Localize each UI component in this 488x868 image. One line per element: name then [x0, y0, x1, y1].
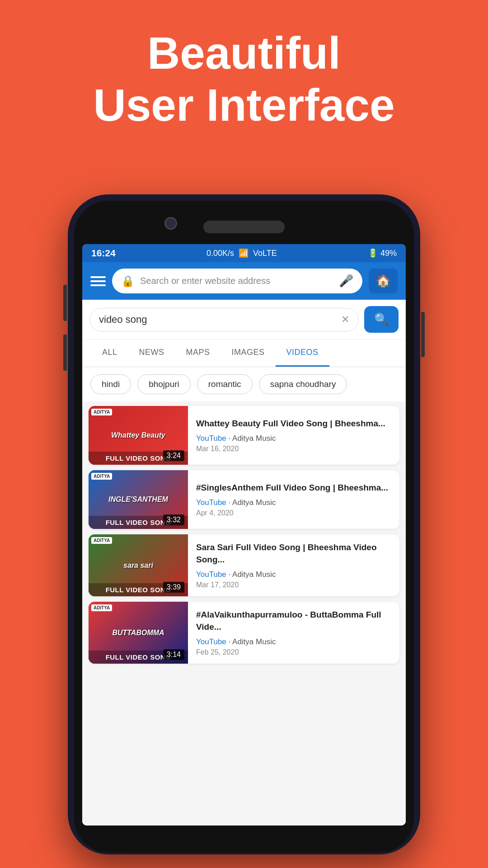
brand-logo: ADITYA [91, 537, 112, 544]
hero-line2: User Interface [27, 79, 461, 131]
menu-button[interactable] [90, 276, 106, 286]
phone-inner: 16:24 0.00K/s 📶 VoLTE 🔋 49% 🔒 Search or [74, 201, 414, 853]
status-bar: 16:24 0.00K/s 📶 VoLTE 🔋 49% [82, 244, 406, 262]
video-thumbnail: sara sari ADITYA FULL VIDEO SONG 3:39 [89, 534, 188, 596]
front-camera [164, 217, 177, 230]
video-date: Mar 17, 2020 [196, 581, 393, 589]
video-source: YouTube · Aditya Music [196, 637, 393, 646]
video-date: Apr 4, 2020 [196, 509, 393, 517]
hero-line1: Beautiful [27, 27, 461, 79]
phone-device: 16:24 0.00K/s 📶 VoLTE 🔋 49% 🔒 Search or [68, 194, 420, 859]
video-duration: 3:14 [163, 649, 184, 660]
video-source: YouTube · Aditya Music [196, 498, 393, 507]
video-card[interactable]: BUTTABOMMA ADITYA FULL VIDEO SONG 3:14 #… [89, 602, 399, 664]
video-title: #AlaVaikunthapurramuloo - ButtaBomma Ful… [196, 609, 393, 633]
video-thumbnail: Whattey Beauty ADITYA FULL VIDEO SONG 3:… [89, 406, 188, 465]
search-query-text: video song [99, 314, 147, 326]
video-card[interactable]: INGLE'SANTHEM ADITYA FULL VIDEO SONG 3:3… [89, 470, 399, 529]
search-query-box[interactable]: video song ✕ [89, 308, 359, 331]
ssl-lock-icon: 🔒 [121, 275, 135, 288]
brand-logo: ADITYA [91, 604, 112, 611]
status-network: 0.00K/s 📶 VoLTE [206, 248, 277, 258]
volume-up-button [63, 285, 67, 321]
search-submit-button[interactable]: 🔍 [364, 306, 399, 333]
tab-all[interactable]: ALL [91, 340, 128, 367]
tab-maps[interactable]: MAPS [175, 340, 221, 367]
home-button[interactable]: 🏠 [369, 269, 398, 293]
address-bar[interactable]: 🔒 Search or enter website address 🎤 [112, 269, 362, 293]
search-tabs: ALL NEWS MAPS IMAGES VIDEOS [82, 340, 406, 367]
video-source: YouTube · Aditya Music [196, 570, 393, 579]
video-thumbnail: BUTTABOMMA ADITYA FULL VIDEO SONG 3:14 [89, 602, 188, 664]
volume-down-button [63, 335, 67, 371]
video-info: Whattey Beauty Full Video Song | Bheeshm… [194, 406, 399, 465]
tab-news[interactable]: NEWS [128, 340, 175, 367]
video-info: #SinglesAnthem Full Video Song | Bheeshm… [194, 470, 399, 529]
brand-logo: ADITYA [91, 409, 112, 415]
search-input-row: video song ✕ 🔍 [82, 300, 406, 340]
video-source: YouTube · Aditya Music [196, 434, 393, 443]
address-bar-placeholder: Search or enter website address [140, 276, 333, 286]
video-info: Sara Sari Full Video Song | Bheeshma Vid… [194, 534, 399, 596]
status-time: 16:24 [91, 248, 116, 259]
voice-search-icon[interactable]: 🎤 [339, 274, 353, 288]
video-thumbnail: INGLE'SANTHEM ADITYA FULL VIDEO SONG 3:3… [89, 470, 188, 529]
video-results-list: Whattey Beauty ADITYA FULL VIDEO SONG 3:… [82, 401, 406, 826]
video-title: Sara Sari Full Video Song | Bheeshma Vid… [196, 542, 393, 566]
hero-heading: Beautiful User Interface [0, 27, 488, 131]
filter-chips: hindi bhojpuri romantic sapna choudhary [82, 367, 406, 401]
video-date: Feb 25, 2020 [196, 648, 393, 656]
earpiece-speaker [203, 221, 285, 233]
video-card[interactable]: Whattey Beauty ADITYA FULL VIDEO SONG 3:… [89, 406, 399, 465]
phone-screen: 16:24 0.00K/s 📶 VoLTE 🔋 49% 🔒 Search or [82, 244, 406, 826]
chip-romantic[interactable]: romantic [197, 374, 253, 394]
clear-search-button[interactable]: ✕ [341, 314, 349, 326]
video-duration: 3:39 [163, 582, 184, 593]
status-battery: 🔋 49% [368, 248, 397, 258]
browser-toolbar: 🔒 Search or enter website address 🎤 🏠 [82, 262, 406, 300]
video-card[interactable]: sara sari ADITYA FULL VIDEO SONG 3:39 Sa… [89, 534, 399, 596]
video-date: Mar 16, 2020 [196, 445, 393, 453]
chip-bhojpuri[interactable]: bhojpuri [137, 374, 191, 394]
chip-sapna[interactable]: sapna choudhary [259, 374, 347, 394]
power-button [421, 312, 425, 357]
tab-videos[interactable]: VIDEOS [276, 340, 329, 367]
tab-images[interactable]: IMAGES [221, 340, 276, 367]
video-title: #SinglesAnthem Full Video Song | Bheeshm… [196, 482, 393, 494]
video-duration: 3:32 [163, 514, 184, 525]
video-info: #AlaVaikunthapurramuloo - ButtaBomma Ful… [194, 602, 399, 664]
chip-hindi[interactable]: hindi [90, 374, 131, 394]
brand-logo: ADITYA [91, 473, 112, 480]
video-duration: 3:24 [163, 450, 184, 461]
video-title: Whattey Beauty Full Video Song | Bheeshm… [196, 418, 393, 430]
